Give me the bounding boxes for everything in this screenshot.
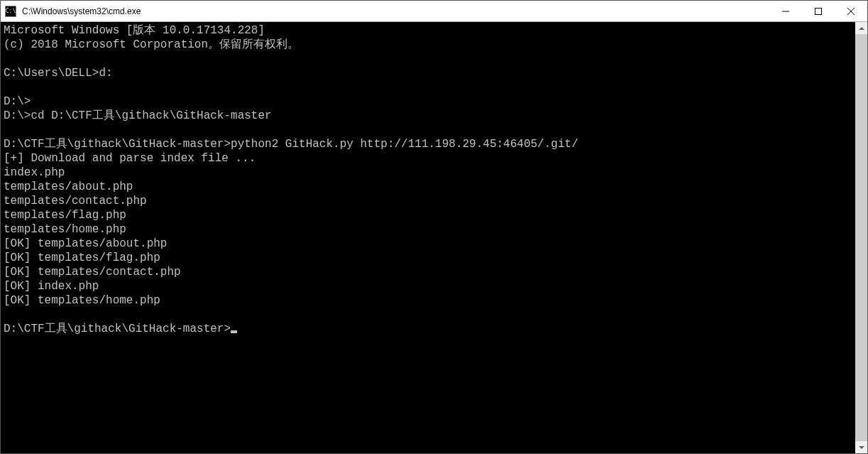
minimize-icon [782,8,789,15]
minimize-button[interactable] [769,1,802,21]
terminal-line: index.php [4,166,65,179]
chevron-up-icon [859,27,864,30]
scroll-up-arrow[interactable] [855,22,867,34]
close-button[interactable] [835,1,867,21]
terminal-line: D:\> [4,95,31,108]
terminal-line: templates/about.php [4,180,133,193]
terminal-line: D:\CTF工具\githack\GitHack-master> [4,323,231,335]
terminal-line: Microsoft Windows [版本 10.0.17134.228] [4,24,265,37]
terminal-line: [OK] templates/flag.php [4,252,160,264]
terminal-line: [OK] templates/about.php [4,237,167,250]
terminal-line: (c) 2018 Microsoft Corporation。保留所有权利。 [4,38,299,51]
close-icon [847,8,855,15]
content-wrapper: Microsoft Windows [版本 10.0.17134.228] (c… [1,22,867,453]
chevron-down-icon [859,446,864,449]
terminal-line: D:\CTF工具\githack\GitHack-master>python2 … [4,138,578,151]
terminal-line: [OK] index.php [4,280,99,293]
svg-rect-0 [815,8,822,14]
cmd-icon: C:\ [5,6,16,17]
titlebar[interactable]: C:\ C:\Windows\system32\cmd.exe [1,1,867,22]
terminal-line: templates/contact.php [4,195,147,207]
terminal-line: C:\Users\DELL>d: [4,67,113,80]
terminal-output[interactable]: Microsoft Windows [版本 10.0.17134.228] (c… [1,22,855,453]
terminal-line: D:\>cd D:\CTF工具\githack\GitHack-master [4,109,272,122]
terminal-line: [OK] templates/contact.php [4,266,181,279]
maximize-icon [815,8,822,15]
window-title: C:\Windows\system32\cmd.exe [21,6,769,16]
terminal-line: [+] Download and parse index file ... [4,152,256,165]
maximize-button[interactable] [802,1,835,21]
terminal-line: templates/flag.php [4,209,126,222]
cursor [231,330,237,333]
scroll-down-arrow[interactable] [855,441,867,453]
window-controls [769,1,867,21]
terminal-line: [OK] templates/home.php [4,294,160,307]
cmd-window: C:\ C:\Windows\system32\cmd.exe Microsof… [0,0,868,454]
scroll-thumb[interactable] [855,34,867,441]
terminal-line: templates/home.php [4,223,126,236]
vertical-scrollbar[interactable] [855,22,867,453]
